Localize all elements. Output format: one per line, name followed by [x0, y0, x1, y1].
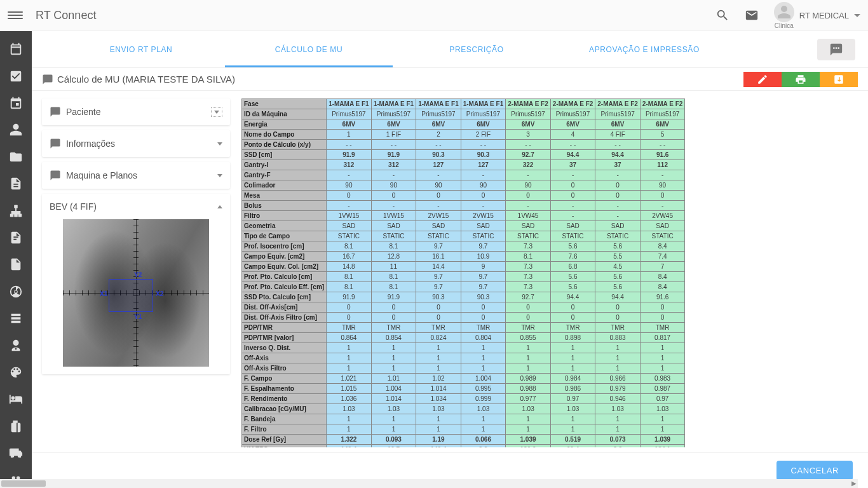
table-cell: 1	[550, 363, 595, 374]
table-row-label: F. Campo	[242, 374, 327, 384]
sidebar-item-blank-doc[interactable]	[0, 257, 32, 272]
table-cell: 0.983	[640, 374, 685, 384]
table-cell: -	[461, 170, 506, 180]
table-cell: 0	[371, 302, 416, 313]
sidebar-item-ambulance[interactable]	[0, 445, 32, 461]
chevron-up-icon[interactable]	[217, 205, 222, 208]
table-cell: 90	[461, 180, 506, 191]
table-cell: 11	[371, 262, 416, 272]
sidebar-item-radiation[interactable]	[0, 284, 32, 299]
sidebar-item-folder[interactable]	[0, 149, 32, 165]
table-cell: 1	[327, 353, 372, 363]
table-cell: 9.7	[461, 282, 506, 292]
panel-bev: BEV (4 FIF) X1 X2 Y2 Y1	[42, 194, 230, 374]
table-cell: 6.8	[550, 262, 595, 272]
table-cell: 0	[550, 302, 595, 313]
table-row-label: Off-Axis Filtro	[242, 363, 327, 374]
table-cell: SAD	[595, 221, 641, 231]
table-cell: 9.7	[461, 241, 506, 252]
table-cell: 1	[327, 363, 372, 374]
sidebar-item-sitemap[interactable]	[0, 203, 32, 218]
sidebar-item-server[interactable]	[0, 311, 32, 326]
sidebar-item-doctor[interactable]	[0, 337, 32, 353]
table-cell: STATIC	[461, 231, 506, 241]
table-cell: 0.093	[371, 435, 416, 445]
table-cell: Primus5197	[640, 109, 685, 119]
table-cell: TMR	[595, 323, 641, 333]
table-cell: Primus5197	[461, 109, 506, 119]
table-cell: 127	[461, 160, 506, 170]
sidebar-item-event[interactable]	[0, 95, 32, 111]
table-row-label: Ponto de Cálculo (x/y)	[242, 140, 327, 150]
search-icon[interactable]	[715, 8, 729, 22]
sidebar-item-bed[interactable]	[0, 391, 32, 407]
table-cell: 0.97	[640, 394, 685, 404]
table-cell: 0.883	[595, 333, 641, 343]
table-cell: 14.8	[327, 262, 372, 272]
table-cell: 90	[371, 180, 416, 191]
table-cell: 312	[371, 160, 416, 170]
sidebar-item-report[interactable]	[0, 230, 32, 245]
table-cell: 1.03	[416, 404, 461, 414]
sidebar-item-patient[interactable]	[0, 122, 32, 137]
table-cell: 91.9	[327, 150, 372, 160]
user-clinic: Clinica	[775, 22, 794, 29]
table-cell: 126.9	[506, 445, 551, 448]
table-cell: 94.4	[595, 150, 641, 160]
table-cell: 0	[640, 313, 685, 323]
sidebar-item-document[interactable]	[0, 176, 32, 191]
table-cell: 1 FIF	[371, 130, 416, 140]
table-cell: 2-MAMA E F2	[506, 99, 551, 109]
menu-button[interactable]	[8, 8, 23, 23]
panel-info[interactable]: Informações	[42, 130, 230, 157]
table-cell: 8.2	[461, 445, 506, 448]
chat-button[interactable]	[817, 39, 855, 60]
print-button[interactable]	[782, 72, 820, 87]
table-cell: 90.3	[461, 292, 506, 302]
panel-machine-plans[interactable]: Maquina e Planos	[42, 162, 230, 189]
app-title: RT Connect	[36, 9, 96, 22]
table-cell: 1.03	[595, 404, 641, 414]
horizontal-scrollbar[interactable]	[0, 479, 858, 488]
table-cell: 1	[416, 363, 461, 374]
table-cell: 94.4	[595, 292, 641, 302]
table-cell: TMR	[327, 323, 372, 333]
table-cell: 4 FIF	[595, 130, 641, 140]
table-cell: 1.021	[327, 374, 372, 384]
tab-aprovacao-impressao[interactable]: APROVAÇÃO E IMPRESSÃO	[560, 31, 728, 67]
table-cell: 92.7	[506, 292, 551, 302]
table-cell: 0.804	[461, 333, 506, 343]
user-menu[interactable]: Clinica RT MEDICAL	[774, 2, 860, 29]
table-cell: 1	[371, 353, 416, 363]
table-row-label: Energia	[242, 119, 327, 130]
table-cell: -	[595, 201, 641, 211]
table-row-label: Nome do Campo	[242, 130, 327, 140]
table-row-label: Mesa	[242, 191, 327, 201]
tab-prescricao[interactable]: PRESCRIÇÃO	[393, 31, 560, 67]
edit-button[interactable]	[743, 72, 782, 87]
cancel-button[interactable]: CANCELAR	[776, 461, 853, 480]
mail-icon[interactable]	[745, 8, 759, 22]
table-cell: 5.6	[550, 241, 595, 252]
sidebar-item-mobile[interactable]	[0, 419, 32, 434]
table-row-label: Gantry-F	[242, 170, 327, 180]
panel-patient[interactable]: Paciente	[42, 98, 230, 125]
table-cell: SAD	[416, 221, 461, 231]
table-cell: 1	[327, 424, 372, 435]
table-cell: 2-MAMA E F2	[550, 99, 595, 109]
tab-envio-rt-plan[interactable]: ENVIO RT PLAN	[57, 31, 225, 67]
table-cell: 0	[595, 313, 641, 323]
sidebar-item-palette[interactable]	[0, 365, 32, 380]
export-button[interactable]	[820, 72, 858, 87]
table-cell: 2VW15	[416, 211, 461, 221]
table-cell: 8.1	[506, 252, 551, 262]
table-cell: 1	[595, 414, 641, 424]
tab-calculo-de-mu[interactable]: CÁLCULO DE MU	[225, 31, 393, 67]
table-cell: TMR	[550, 323, 595, 333]
table-cell: 1	[640, 414, 685, 424]
sidebar-item-tasks[interactable]	[0, 68, 32, 83]
sidebar-item-calendar[interactable]	[0, 41, 32, 57]
table-cell: Primus5197	[327, 109, 372, 119]
table-cell: 1	[416, 424, 461, 435]
table-cell: -	[550, 201, 595, 211]
